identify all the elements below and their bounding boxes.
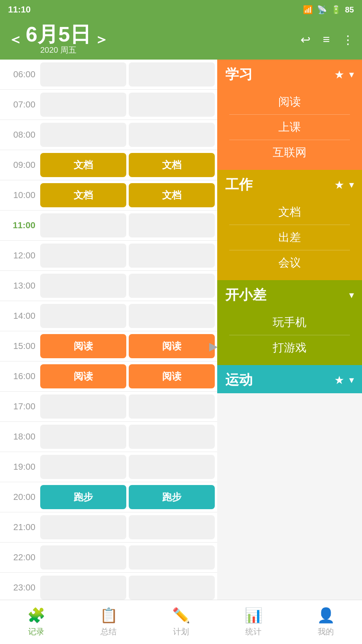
time-slots (40, 452, 217, 481)
time-row: 07:00 (0, 90, 217, 120)
time-slot (40, 304, 126, 328)
time-slot (40, 62, 126, 87)
time-label: 19:00 (0, 462, 40, 472)
category-card-exercise: 运动★▾ (217, 365, 362, 393)
time-row: 23:00 (0, 573, 217, 603)
more-icon[interactable]: ⋮ (342, 33, 354, 47)
category-card-slack: 开小差▾玩手机打游戏 (217, 280, 362, 365)
time-row: 16:00阅读阅读 (0, 361, 217, 392)
nav-summary[interactable]: 📋 总结 (100, 607, 118, 637)
time-slots (40, 573, 217, 602)
time-label: 12:00 (0, 250, 40, 261)
time-label: 09:00 (0, 160, 40, 170)
forward-arrow-icon[interactable]: ▶▶ (209, 340, 217, 353)
category-items-work: 文档出差会议 (217, 198, 362, 280)
time-slot[interactable]: 文档 (129, 153, 215, 177)
nav-plan[interactable]: ✏️ 计划 (172, 607, 190, 637)
time-slot (129, 304, 215, 328)
undo-icon[interactable]: ↩ (300, 33, 311, 47)
header-actions: ↩ ≡ ⋮ (300, 33, 354, 47)
time-label: 14:00 (0, 311, 40, 321)
status-time: 11:10 (8, 4, 31, 15)
nav-record[interactable]: 🧩 记录 (27, 607, 45, 637)
status-icons: 📶 📡 🔋 85 (303, 5, 354, 14)
category-header-work: 工作★▾ (217, 170, 362, 198)
category-header-study: 学习★▾ (217, 60, 362, 88)
category-item-slack-1[interactable]: 打游戏 (225, 337, 354, 359)
time-label: 21:00 (0, 522, 40, 533)
time-slot (40, 93, 126, 117)
star-icon[interactable]: ★ (334, 374, 344, 387)
category-item-work-0[interactable]: 文档 (225, 201, 354, 223)
mine-icon: 👤 (317, 607, 335, 624)
time-slots (40, 271, 217, 300)
category-inner-exercise: 运动★▾ (217, 365, 362, 393)
battery-level: 85 (345, 5, 354, 14)
time-slot (129, 62, 215, 87)
date-nav: ＜ 6月5日 2020 周五 ＞ (8, 24, 109, 56)
time-label: 23:00 (0, 582, 40, 593)
header: ＜ 6月5日 2020 周五 ＞ ↩ ≡ ⋮ (0, 19, 362, 60)
time-slot[interactable]: 阅读 (129, 334, 215, 358)
category-item-study-1[interactable]: 上课 (225, 116, 354, 138)
time-label: 17:00 (0, 401, 40, 412)
plan-icon: ✏️ (172, 607, 190, 624)
time-slots: 文档文档 (40, 151, 217, 180)
nav-mine[interactable]: 👤 我的 (317, 607, 335, 637)
time-row: 13:00 (0, 271, 217, 301)
category-item-work-2[interactable]: 会议 (225, 252, 354, 274)
stats-icon: 📊 (245, 607, 263, 624)
category-item-divider (229, 114, 350, 115)
record-label: 记录 (28, 626, 44, 637)
chevron-down-icon[interactable]: ▾ (349, 179, 354, 190)
chevron-down-icon[interactable]: ▾ (349, 289, 354, 301)
time-slots: 跑步跑步 (40, 483, 217, 512)
menu-icon[interactable]: ≡ (323, 33, 330, 46)
time-row: 06:00 (0, 60, 217, 90)
time-row: 17:00 (0, 392, 217, 422)
time-row: 10:00文档文档 (0, 180, 217, 211)
time-row: 20:00跑步跑步 (0, 482, 217, 512)
wifi-icon: 📶 (303, 5, 313, 14)
time-slot (129, 455, 215, 479)
time-slot (129, 274, 215, 298)
stats-label: 统计 (245, 626, 261, 637)
nav-stats[interactable]: 📊 统计 (245, 607, 263, 637)
time-slot[interactable]: 文档 (40, 183, 126, 207)
time-slot (40, 394, 126, 419)
star-icon[interactable]: ★ (334, 178, 344, 192)
time-slot[interactable]: 文档 (40, 153, 126, 177)
time-slot[interactable]: 阅读 (40, 364, 126, 388)
category-item-study-0[interactable]: 阅读 (225, 91, 354, 113)
category-item-study-2[interactable]: 互联网 (225, 142, 354, 163)
time-label: 22:00 (0, 552, 40, 563)
time-slot[interactable]: 跑步 (129, 485, 215, 509)
time-label: 16:00 (0, 371, 40, 382)
category-items-study: 阅读上课互联网 (217, 88, 362, 170)
status-bar: 11:10 📶 📡 🔋 85 (0, 0, 362, 19)
star-icon[interactable]: ★ (334, 68, 344, 81)
time-row: 18:00 (0, 422, 217, 452)
main-area: 06:0007:0008:0009:00文档文档10:00文档文档11:0012… (0, 60, 362, 607)
time-slot (40, 545, 126, 570)
time-slot[interactable]: 文档 (129, 183, 215, 207)
time-row: 09:00文档文档 (0, 150, 217, 180)
time-row: 22:00 (0, 543, 217, 573)
chevron-down-icon[interactable]: ▾ (349, 374, 354, 386)
time-slot (129, 123, 215, 147)
time-slots (40, 301, 217, 330)
time-slot[interactable]: 阅读 (40, 334, 126, 358)
chevron-down-icon[interactable]: ▾ (349, 69, 354, 80)
time-row: 11:00 (0, 211, 217, 241)
prev-date-button[interactable]: ＜ (8, 30, 23, 50)
time-slot[interactable]: 跑步 (40, 485, 126, 509)
category-header-icons-slack: ▾ (349, 289, 354, 301)
time-slots (40, 211, 217, 240)
category-item-slack-0[interactable]: 玩手机 (225, 312, 354, 333)
time-slot[interactable]: 阅读 (129, 364, 215, 388)
next-date-button[interactable]: ＞ (94, 30, 109, 50)
time-label: 07:00 (0, 99, 40, 110)
category-item-work-1[interactable]: 出差 (225, 227, 354, 248)
time-slot (40, 576, 126, 600)
category-title-work: 工作 (225, 175, 253, 194)
